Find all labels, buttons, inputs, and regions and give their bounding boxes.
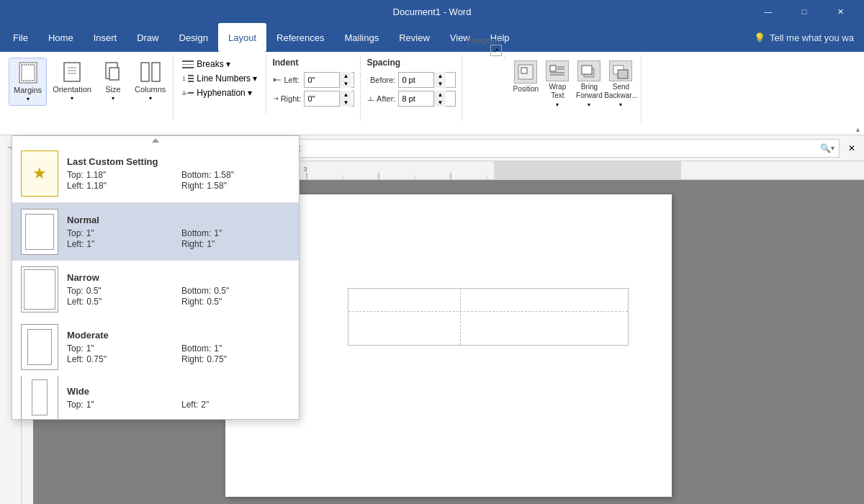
margin-name-normal: Normal: [67, 215, 290, 225]
dropdown-item-last-custom[interactable]: ★ Last Custom Setting Top:1.18" Bottom:1…: [12, 145, 299, 202]
menu-item-layout[interactable]: Layout: [218, 23, 266, 52]
minimize-button[interactable]: —: [752, 0, 785, 23]
margin-info-normal: Normal Top:1" Bottom:1" Left:1" Right:1": [67, 215, 290, 249]
size-button[interactable]: Size ▾: [97, 58, 129, 104]
svg-rect-15: [188, 78, 194, 79]
bring-forward-arrow: ▾: [588, 102, 590, 108]
menu-item-mailings[interactable]: Mailings: [335, 23, 390, 52]
bring-forward-label: BringForward: [576, 83, 603, 100]
svg-marker-22: [276, 97, 279, 100]
margin-name-narrow: Narrow: [67, 272, 290, 283]
title-text: Document1 - Word: [393, 6, 472, 17]
svg-rect-2: [64, 63, 80, 81]
paragraph-expand-button[interactable]: ↗: [490, 45, 502, 56]
menu-item-file[interactable]: File: [3, 23, 38, 52]
hyphenation-button[interactable]: a- Hyphenation ▾: [179, 86, 260, 99]
search-input[interactable]: [233, 143, 821, 153]
columns-icon: [139, 60, 162, 84]
search-dropdown-arrow[interactable]: ▾: [831, 144, 834, 152]
maximize-button[interactable]: □: [788, 0, 821, 23]
margin-preview-moderate: [21, 324, 58, 370]
send-backward-button[interactable]: SendBackwar... ▾: [606, 58, 635, 108]
arrange-group: Position WrapText ▾ BringForward ▾: [505, 55, 642, 122]
margin-details-last-custom: Top:1.18" Bottom:1.58" Left:1.18" Right:…: [67, 170, 290, 191]
search-lightbulb-icon: 💡: [754, 32, 765, 43]
svg-rect-0: [19, 63, 37, 83]
margin-name-last-custom: Last Custom Setting: [67, 156, 290, 167]
dropdown-scroll-up[interactable]: [12, 136, 299, 145]
columns-arrow: ▾: [149, 95, 152, 102]
spacing-before-input[interactable]: ▲ ▼: [398, 72, 456, 88]
spacing-after-down[interactable]: ▼: [434, 99, 446, 107]
svg-rect-10: [182, 60, 194, 62]
columns-label: Columns: [135, 85, 166, 94]
indent-right-value[interactable]: [305, 91, 339, 106]
menu-item-draw[interactable]: Draw: [127, 23, 168, 52]
position-button[interactable]: Position: [511, 58, 540, 108]
page-setup-extra: Breaks ▾ 1 Line Numbers ▾ a- Hyphenation…: [174, 55, 266, 114]
spacing-after-input[interactable]: ▲ ▼: [398, 91, 456, 107]
ribbon-expand-button[interactable]: ▲: [855, 126, 861, 133]
svg-rect-12: [182, 67, 194, 68]
margin-preview-star: ★: [21, 150, 58, 197]
orientation-icon: [60, 60, 84, 84]
size-icon: [102, 60, 125, 84]
wrap-text-arrow: ▾: [556, 102, 559, 108]
svg-rect-51: [494, 161, 681, 180]
svg-rect-8: [141, 63, 149, 81]
svg-rect-29: [521, 68, 527, 73]
margins-button[interactable]: Margins ▾: [9, 58, 47, 106]
indent-left-value[interactable]: [305, 73, 339, 87]
dropdown-item-wide[interactable]: Wide Top:1" Left:2": [12, 376, 299, 419]
spacing-before-value[interactable]: [399, 73, 433, 87]
margins-dropdown-arrow: ▾: [27, 96, 30, 102]
dropdown-item-narrow[interactable]: Narrow Top:0.5" Bottom:0.5" Left:0.5" Ri…: [12, 261, 299, 318]
wrap-text-button[interactable]: WrapText ▾: [543, 58, 572, 108]
breaks-button[interactable]: Breaks ▾: [179, 58, 260, 71]
bring-forward-button[interactable]: BringForward ▾: [575, 58, 603, 108]
margin-name-wide: Wide: [67, 386, 290, 397]
margin-details-wide: Top:1" Left:2": [67, 400, 290, 410]
indent-right-up[interactable]: ▲: [340, 91, 351, 99]
spacing-title: Spacing: [366, 58, 456, 68]
paragraph-group: Paragraph ↗: [462, 55, 505, 60]
title-bar: Document1 - Word — □ ✕: [0, 0, 864, 23]
menu-item-insert[interactable]: Insert: [84, 23, 127, 52]
search-icon[interactable]: 🔍: [820, 143, 831, 153]
indent-right-input[interactable]: ▲ ▼: [304, 91, 354, 107]
search-box[interactable]: 🔍 ▾: [228, 139, 840, 158]
orientation-label: Orientation: [53, 85, 91, 94]
close-button[interactable]: ✕: [824, 0, 857, 23]
svg-rect-16: [188, 81, 194, 82]
spacing-after-value[interactable]: [399, 91, 433, 106]
menu-item-home[interactable]: Home: [38, 23, 84, 52]
menu-item-references[interactable]: References: [266, 23, 334, 52]
orientation-button[interactable]: Orientation ▾: [48, 58, 96, 104]
margin-details-narrow: Top:0.5" Bottom:0.5" Left:0.5" Right:0.5…: [67, 286, 290, 307]
send-backward-arrow: ▾: [619, 102, 622, 108]
svg-rect-14: [188, 75, 194, 76]
orientation-arrow: ▾: [71, 95, 73, 102]
menu-item-review[interactable]: Review: [389, 23, 440, 52]
spacing-before-up[interactable]: ▲: [434, 72, 446, 80]
margins-label: Margins: [14, 86, 42, 94]
line-numbers-button[interactable]: 1 Line Numbers ▾: [179, 72, 260, 85]
search-text: Tell me what you wa: [770, 32, 854, 43]
nav-close-button[interactable]: ✕: [842, 139, 861, 158]
doc-table: [348, 288, 629, 346]
dropdown-item-moderate[interactable]: Moderate Top:1" Bottom:1" Left:0.75" Rig…: [12, 318, 299, 376]
indent-left-up[interactable]: ▲: [340, 72, 351, 80]
columns-button[interactable]: Columns ▾: [130, 58, 170, 104]
indent-left-down[interactable]: ▼: [340, 80, 351, 88]
indent-left-input[interactable]: ▲ ▼: [304, 72, 354, 88]
paragraph-label: Paragraph: [462, 37, 505, 45]
spacing-before-down[interactable]: ▼: [434, 80, 446, 88]
dropdown-item-normal[interactable]: Normal Top:1" Bottom:1" Left:1" Right:1": [12, 203, 299, 261]
margin-preview-wide: [21, 376, 58, 419]
wrap-text-label: WrapText: [549, 83, 567, 100]
svg-text:3: 3: [303, 166, 307, 173]
indent-right-down[interactable]: ▼: [340, 99, 351, 107]
svg-rect-9: [152, 63, 160, 81]
menu-item-design[interactable]: Design: [169, 23, 218, 52]
spacing-after-up[interactable]: ▲: [434, 91, 446, 99]
